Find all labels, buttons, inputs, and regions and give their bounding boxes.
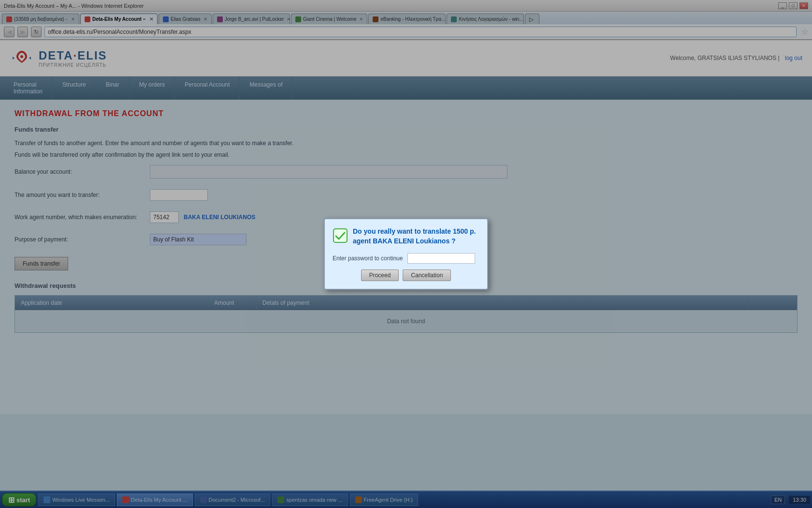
- dialog-buttons: Proceed Cancellation: [333, 269, 479, 281]
- dialog-overlay: Do you really want to translate 1500 p. …: [0, 0, 812, 508]
- dialog-proceed-button[interactable]: Proceed: [361, 269, 399, 281]
- dialog-password-row: Enter password to continue: [333, 253, 479, 264]
- dialog-password-label: Enter password to continue: [333, 255, 403, 262]
- dialog-box: Do you really want to translate 1500 p. …: [324, 218, 488, 289]
- dialog-checkmark-icon: [333, 228, 348, 243]
- dialog-password-input[interactable]: [407, 253, 475, 264]
- dialog-cancel-button[interactable]: Cancellation: [403, 269, 451, 281]
- dialog-header: Do you really want to translate 1500 p. …: [333, 227, 479, 246]
- dialog-title: Do you really want to translate 1500 p. …: [353, 227, 479, 246]
